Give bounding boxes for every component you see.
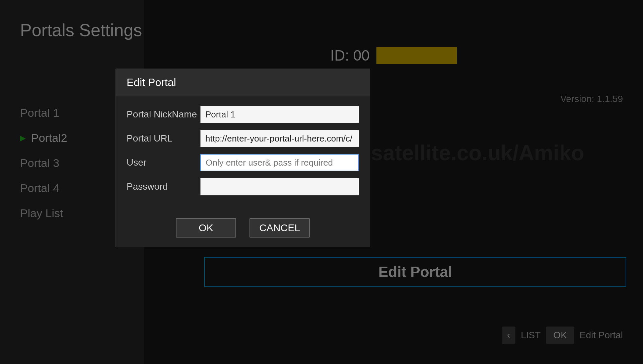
dialog-title: Edit Portal [116,69,370,96]
nickname-input[interactable] [200,106,359,123]
dialog-body: Portal NickName Portal URL User Password [116,96,370,211]
user-row: User [127,154,359,171]
edit-portal-dialog: Edit Portal Portal NickName Portal URL U… [116,69,370,247]
url-label: Portal URL [127,133,200,144]
nickname-label: Portal NickName [127,109,200,120]
url-row: Portal URL [127,130,359,147]
user-input[interactable] [200,154,359,171]
password-input[interactable] [200,178,359,195]
dialog-overlay: Edit Portal Portal NickName Portal URL U… [0,0,643,364]
nickname-row: Portal NickName [127,106,359,123]
dialog-cancel-button[interactable]: CANCEL [249,218,310,238]
dialog-ok-button[interactable]: OK [176,218,236,238]
password-label: Password [127,181,200,192]
password-row: Password [127,178,359,195]
user-label: User [127,157,200,168]
url-input[interactable] [200,130,359,147]
dialog-buttons: OK CANCEL [116,211,370,247]
